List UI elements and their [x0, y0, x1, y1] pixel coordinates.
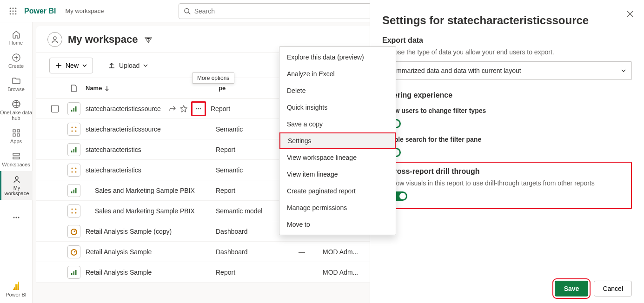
menu-item-quick-insights[interactable]: Quick insights [279, 99, 396, 116]
menu-item-delete[interactable]: Delete [279, 82, 396, 99]
app-launcher-icon[interactable] [4, 2, 22, 20]
context-menu: Explore this data (preview)Analyze in Ex… [279, 46, 396, 235]
left-nav: Home Create Browse OneLake data hub Apps… [0, 22, 33, 303]
endorsed-icon [86, 187, 89, 194]
upload-button[interactable]: Upload [104, 58, 152, 73]
svg-point-52 [75, 208, 77, 210]
cancel-button[interactable]: Cancel [594, 281, 632, 296]
share-icon[interactable] [169, 105, 176, 112]
export-select[interactable]: Summarized data and data with current la… [382, 61, 632, 80]
cell-name[interactable]: Retail Analysis Sample [86, 248, 216, 256]
cell-type: Report [211, 105, 276, 112]
favorite-icon[interactable] [180, 105, 187, 112]
cell-name[interactable]: statecharacteristicssource [86, 105, 167, 112]
svg-rect-24 [13, 153, 20, 155]
svg-rect-50 [75, 188, 77, 193]
premium-icon[interactable] [144, 35, 153, 44]
cell-name[interactable]: statecharacteristicssource [86, 125, 216, 133]
nav-apps[interactable]: Apps [0, 125, 33, 148]
menu-item-save-a-copy[interactable]: Save a copy [279, 116, 396, 132]
svg-point-53 [72, 212, 73, 213]
nav-home[interactable]: Home [0, 26, 33, 49]
svg-point-36 [200, 108, 201, 109]
cell-name[interactable]: Sales and Marketing Sample PBIX [86, 207, 216, 215]
svg-rect-42 [73, 149, 75, 152]
semantic-type-icon [67, 123, 80, 136]
sort-down-icon [105, 86, 109, 91]
svg-point-51 [72, 208, 73, 210]
report-type-icon [67, 143, 80, 156]
column-icon[interactable] [62, 85, 86, 92]
cell-name[interactable]: Retail Analysis Sample (copy) [86, 228, 216, 235]
svg-point-1 [13, 7, 14, 9]
cell-type: Report [216, 269, 281, 276]
menu-item-manage-permissions[interactable]: Manage permissions [279, 199, 396, 216]
dashboard-type-icon [67, 245, 80, 258]
svg-rect-22 [13, 134, 15, 136]
menu-item-view-workspace-lineage[interactable]: View workspace lineage [279, 149, 396, 166]
dashboard-type-icon [67, 225, 80, 238]
menu-item-analyze-in-excel[interactable]: Analyze in Excel [279, 66, 396, 82]
cell-name[interactable]: Sales and Marketing Sample PBIX [86, 187, 216, 194]
svg-point-0 [10, 7, 11, 9]
svg-point-4 [13, 10, 14, 12]
breadcrumb[interactable]: My workspace [65, 7, 104, 14]
menu-item-settings[interactable]: Settings [279, 132, 396, 149]
svg-point-6 [10, 13, 11, 14]
cell-type: Dashboard [216, 228, 281, 235]
cell-dash: — [281, 269, 323, 276]
svg-point-47 [75, 171, 77, 172]
close-icon[interactable] [626, 10, 634, 18]
endorsed-icon [86, 208, 89, 214]
filter-opt2-label: Enable search for the filter pane [382, 136, 632, 143]
nav-my-workspace[interactable]: My workspace [0, 171, 33, 200]
column-name[interactable]: Name [86, 85, 216, 92]
workspaces-icon [12, 152, 21, 161]
plus-icon [55, 62, 62, 69]
chevron-down-icon [82, 63, 87, 68]
svg-rect-33 [75, 106, 77, 112]
menu-item-view-item-lineage[interactable]: View item lineage [279, 166, 396, 183]
cell-type: Report [216, 146, 281, 153]
nav-more[interactable] [0, 209, 33, 226]
svg-point-27 [13, 217, 14, 218]
cell-type: Semantic model [216, 207, 281, 215]
file-icon [71, 85, 77, 92]
brand-label[interactable]: Power BI [24, 7, 56, 15]
row-checkbox[interactable] [51, 105, 59, 112]
nav-browse[interactable]: Browse [0, 72, 33, 96]
column-type[interactable]: pe [219, 85, 284, 92]
svg-rect-57 [71, 273, 73, 275]
cell-name[interactable]: statecharacteristics [86, 166, 216, 174]
search-icon [184, 7, 191, 15]
chevron-down-icon [143, 63, 148, 68]
search-box[interactable] [179, 3, 381, 19]
save-button[interactable]: Save [555, 281, 589, 296]
cross-report-highlight: Cross-report drill through Allow visuals… [382, 162, 632, 209]
export-helper: Choose the type of data you allow your e… [382, 48, 632, 56]
powerbi-logo-icon [13, 282, 19, 290]
svg-point-5 [15, 10, 17, 12]
menu-item-move-to[interactable]: Move to [279, 216, 396, 233]
nav-workspaces[interactable]: Workspaces [0, 148, 33, 171]
svg-point-39 [72, 130, 73, 132]
svg-point-38 [75, 126, 77, 128]
cell-name[interactable]: statecharacteristics [86, 146, 216, 153]
cross-heading: Cross-report drill through [389, 167, 625, 176]
panel-title: Settings for statecharacteristicssource [382, 14, 632, 27]
cell-name[interactable]: Retail Analysis Sample [86, 269, 216, 276]
svg-point-45 [75, 167, 77, 169]
cell-dash: — [281, 248, 323, 256]
nav-create[interactable]: Create [0, 49, 33, 72]
menu-item-create-paginated-report[interactable]: Create paginated report [279, 183, 396, 199]
cell-type: Semantic [216, 166, 281, 174]
svg-rect-31 [71, 110, 73, 112]
more-options-button[interactable] [191, 101, 206, 116]
search-input[interactable] [194, 7, 376, 15]
report-type-icon [67, 266, 80, 279]
new-button[interactable]: New [49, 58, 93, 73]
menu-item-explore-this-data-preview-[interactable]: Explore this data (preview) [279, 49, 396, 66]
nav-onelake[interactable]: OneLake data hub [0, 96, 33, 125]
browse-icon [12, 76, 21, 86]
export-heading: Export data [382, 36, 632, 45]
